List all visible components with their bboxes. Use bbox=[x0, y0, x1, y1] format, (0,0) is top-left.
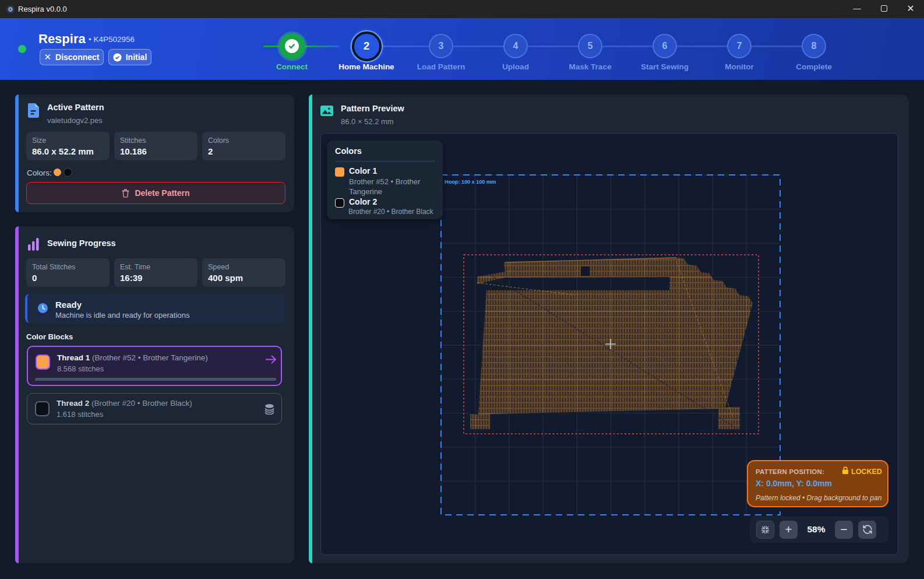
svg-text:Hoop: 100 x 100 mm: Hoop: 100 x 100 mm bbox=[445, 178, 496, 185]
